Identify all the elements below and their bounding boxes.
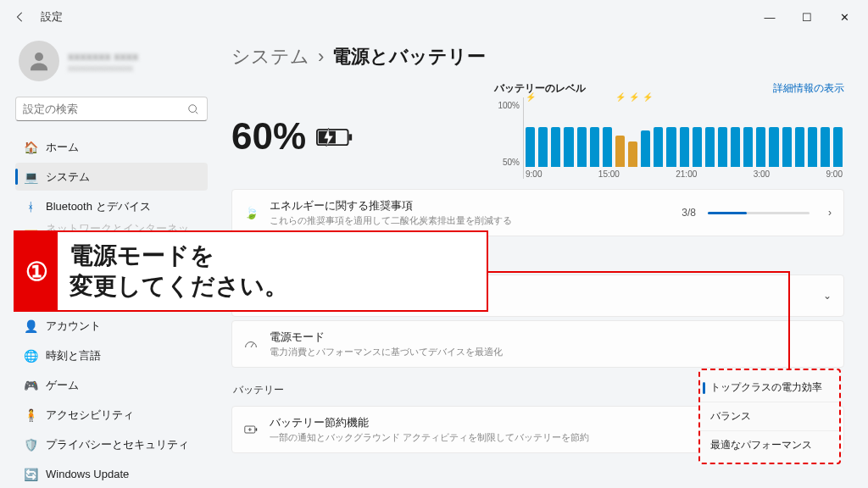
nav-update[interactable]: 🔄Windows Update xyxy=(15,460,208,488)
nav-accounts[interactable]: 👤アカウント xyxy=(15,312,208,340)
callout-line-2: 変更してください。 xyxy=(70,271,475,302)
nav-home[interactable]: 🏠ホーム xyxy=(15,133,208,161)
battery-percent: 60% xyxy=(231,115,306,158)
back-button[interactable] xyxy=(7,3,34,30)
bluetooth-icon: ᚼ xyxy=(24,200,37,214)
battery-charging-icon xyxy=(316,115,353,158)
nav-gaming[interactable]: 🎮ゲーム xyxy=(15,371,208,399)
system-icon: 💻 xyxy=(24,170,37,184)
minimize-button[interactable]: — xyxy=(753,3,787,30)
breadcrumb-parent[interactable]: システム xyxy=(231,44,309,69)
search-input[interactable] xyxy=(23,103,186,115)
chevron-down-icon: ⌄ xyxy=(823,290,832,302)
nav-accessibility[interactable]: 🧍アクセシビリティ xyxy=(15,401,208,429)
callout-arrow xyxy=(488,271,790,369)
saver-sub: 一部の通知とバックグラウンド アクティビティを制限してバッテリーを節約 xyxy=(270,431,715,444)
svg-point-1 xyxy=(189,104,197,112)
nav-privacy[interactable]: 🛡️プライバシーとセキュリティ xyxy=(15,430,208,458)
energy-progress xyxy=(708,212,810,214)
nav-bluetooth[interactable]: ᚼBluetooth とデバイス xyxy=(15,192,208,220)
nav-time[interactable]: 🌐時刻と言語 xyxy=(15,341,208,369)
saver-title: バッテリー節約機能 xyxy=(270,415,715,430)
energy-recommendations-card[interactable]: 🍃 エネルギーに関する推奨事項 これらの推奨事項を適用して二酸化炭素排出量を削減… xyxy=(231,189,844,236)
battery-saver-icon xyxy=(244,423,258,436)
home-icon: 🏠 xyxy=(24,141,37,154)
accessibility-icon: 🧍 xyxy=(24,408,37,422)
profile-name: xxxxxxx xxxx xyxy=(68,50,138,63)
instruction-callout: ① 電源モードを 変更してください。 xyxy=(14,230,488,312)
person-icon: 👤 xyxy=(24,319,37,333)
energy-count: 3/8 xyxy=(682,207,696,219)
avatar xyxy=(19,41,59,81)
chevron-right-icon: › xyxy=(828,207,832,219)
power-mode-dropdown[interactable]: トップクラスの電力効率 バランス 最適なパフォーマンス xyxy=(698,369,841,464)
svg-point-0 xyxy=(35,53,43,61)
svg-rect-3 xyxy=(349,134,353,140)
globe-icon: 🌐 xyxy=(24,349,37,363)
battery-chart: 100% 50% ⚡⚡⚡⚡ 9:0015:0021:003:009:00 xyxy=(494,97,844,179)
update-icon: 🔄 xyxy=(24,468,37,481)
dropdown-opt-efficiency[interactable]: トップクラスの電力効率 xyxy=(700,374,839,402)
maximize-button[interactable]: ☐ xyxy=(790,3,824,30)
search-icon xyxy=(186,103,200,116)
search-box[interactable] xyxy=(15,97,208,121)
close-button[interactable]: ✕ xyxy=(827,3,861,30)
gamepad-icon: 🎮 xyxy=(24,379,37,392)
callout-line-1: 電源モードを xyxy=(70,241,475,271)
nav-system[interactable]: 💻システム xyxy=(15,163,208,191)
breadcrumb: システム › 電源とバッテリー xyxy=(231,44,844,69)
breadcrumb-sep: › xyxy=(318,46,324,68)
shield-icon: 🛡️ xyxy=(24,438,37,452)
app-title: 設定 xyxy=(41,9,63,25)
svg-rect-7 xyxy=(256,428,258,430)
profile[interactable]: xxxxxxx xxxx xxxxxxxxxxxxxx xyxy=(15,34,208,95)
energy-sub: これらの推奨事項を適用して二酸化炭素排出量を削減する xyxy=(270,214,670,227)
breadcrumb-current: 電源とバッテリー xyxy=(332,44,486,69)
energy-title: エネルギーに関する推奨事項 xyxy=(270,198,670,214)
gauge-icon xyxy=(244,337,258,351)
dropdown-opt-performance[interactable]: 最適なパフォーマンス xyxy=(700,430,839,459)
leaf-icon: 🍃 xyxy=(244,206,258,219)
profile-email: xxxxxxxxxxxxxx xyxy=(68,63,138,73)
callout-number: ① xyxy=(15,232,58,310)
dropdown-opt-balanced[interactable]: バランス xyxy=(700,402,839,430)
